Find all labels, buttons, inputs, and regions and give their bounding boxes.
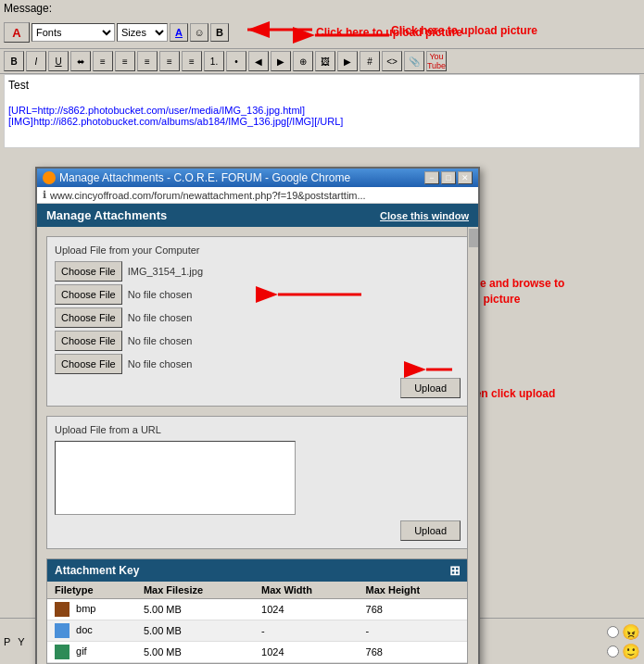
gif-icon bbox=[55, 645, 69, 659]
modal-body: Upload File from your Computer Choose Fi… bbox=[37, 227, 478, 664]
choose-file-btn-2[interactable]: Choose File bbox=[55, 284, 122, 305]
align-left-btn[interactable]: ⬌ bbox=[70, 51, 91, 71]
modal-addressbar: ℹ www.cincyoffroad.com/forum/newattachme… bbox=[37, 187, 478, 204]
attachment-key-section: Attachment Key ⊞ Filetype Max Filesize M… bbox=[46, 558, 469, 664]
minimize-btn[interactable]: − bbox=[424, 171, 439, 184]
file-row-4: Choose File No file chosen bbox=[55, 331, 461, 351]
col-max-width: Max Width bbox=[254, 582, 358, 599]
url-section-label: Upload File from a URL bbox=[55, 424, 461, 435]
editor-url2: [IMG]http://i862.photobucket.com/albums/… bbox=[8, 116, 636, 127]
bold-btn[interactable]: B bbox=[4, 51, 24, 71]
editor-url1: [URL=http://s862.photobucket.com/user/me… bbox=[8, 105, 636, 116]
file-name-2: No file chosen bbox=[128, 289, 193, 300]
row-size-3: 5.00 MB bbox=[136, 642, 254, 663]
bottom-label-y: Y bbox=[18, 636, 24, 647]
attachment-table: Filetype Max Filesize Max Width Max Heig… bbox=[47, 582, 468, 663]
youtube-btn[interactable]: YouTube bbox=[426, 51, 447, 71]
sizes-select[interactable]: Sizes bbox=[117, 23, 168, 42]
upload-computer-btn[interactable]: Upload bbox=[400, 378, 461, 398]
attach-btn[interactable]: 📎 bbox=[404, 51, 424, 71]
doc-icon bbox=[55, 623, 69, 638]
attachment-key-header: Attachment Key ⊞ bbox=[47, 559, 468, 582]
table-row: bmp 5.00 MB 1024 768 bbox=[47, 599, 468, 620]
file-name-5: No file chosen bbox=[128, 358, 193, 370]
annotation-text-1: Click here to upload picture bbox=[391, 24, 537, 37]
align-block-btn[interactable]: ≡ bbox=[159, 51, 180, 71]
message-label: Message: bbox=[0, 0, 644, 17]
choose-file-btn-4[interactable]: Choose File bbox=[55, 331, 122, 351]
upload-from-computer-section: Upload File from your Computer Choose Fi… bbox=[46, 236, 469, 407]
url-input[interactable] bbox=[55, 441, 296, 515]
row-size-1: 5.00 MB bbox=[136, 599, 254, 620]
align-full-btn[interactable]: ≡ bbox=[182, 51, 202, 71]
upload-section-label: Upload File from your Computer bbox=[55, 244, 461, 256]
italic-btn[interactable]: I bbox=[26, 51, 46, 71]
col-max-height: Max Height bbox=[359, 582, 468, 599]
unordered-list-btn[interactable]: • bbox=[226, 51, 246, 71]
outdent-btn[interactable]: ◀ bbox=[248, 51, 269, 71]
choose-file-btn-1[interactable]: Choose File bbox=[55, 261, 122, 282]
align-center-btn[interactable]: ≡ bbox=[93, 51, 113, 71]
file-name-1: IMG_3154_1.jpg bbox=[128, 266, 203, 277]
col-max-filesize: Max Filesize bbox=[136, 582, 254, 599]
fonts-select[interactable]: Fonts bbox=[32, 23, 115, 42]
radio-btn-1[interactable] bbox=[607, 626, 619, 638]
row-height-1: 768 bbox=[359, 599, 468, 620]
url-upload-btn-row: Upload bbox=[55, 520, 461, 541]
row-filetype-2: doc bbox=[47, 620, 136, 642]
modal-title: Manage Attachments - C.O.R.E. FORUM - Go… bbox=[59, 171, 350, 184]
radio-group: 😠 🙂 bbox=[607, 623, 640, 660]
upload-btn-row: Upload bbox=[55, 378, 461, 398]
modal-scrollbar[interactable] bbox=[467, 227, 478, 664]
upload-url-btn[interactable]: Upload bbox=[400, 520, 461, 541]
restore-btn[interactable]: □ bbox=[441, 171, 456, 184]
address-text: www.cincyoffroad.com/forum/newattachment… bbox=[50, 190, 366, 201]
code-btn[interactable]: <> bbox=[382, 51, 402, 71]
choose-file-btn-3[interactable]: Choose File bbox=[55, 307, 122, 328]
close-window-link[interactable]: Close this window bbox=[380, 210, 469, 221]
row-width-3: 1024 bbox=[254, 642, 358, 663]
smiley-btn[interactable]: ☺ bbox=[190, 23, 208, 42]
modal-header-title: Manage Attachments bbox=[46, 208, 167, 222]
indent-btn[interactable]: ▶ bbox=[271, 51, 291, 71]
fonts-icon[interactable]: A bbox=[4, 22, 30, 43]
bottom-label-p: P bbox=[4, 636, 10, 647]
image-insert-btn[interactable]: 🖼 bbox=[315, 51, 335, 71]
link-btn[interactable]: # bbox=[360, 51, 380, 71]
underline-btn[interactable]: U bbox=[48, 51, 69, 71]
special1-btn[interactable]: ⊕ bbox=[293, 51, 313, 71]
info-icon: ℹ bbox=[43, 189, 46, 201]
attachment-key-title: Attachment Key bbox=[55, 564, 139, 577]
col-filetype: Filetype bbox=[47, 582, 136, 599]
file-row-2: Choose File No file chosen bbox=[55, 284, 461, 305]
modal-header: Manage Attachments Close this window bbox=[37, 204, 478, 227]
editor-line1: Test bbox=[8, 79, 636, 92]
file-row-5: Choose File No file chosen bbox=[55, 354, 461, 374]
row-width-2: - bbox=[254, 620, 358, 642]
row-size-2: 5.00 MB bbox=[136, 620, 254, 642]
video-btn[interactable]: ▶ bbox=[337, 51, 358, 71]
radio-item-2: 🙂 bbox=[607, 643, 640, 660]
editor-line2 bbox=[8, 92, 636, 105]
chrome-icon bbox=[43, 171, 56, 184]
radio-item-1: 😠 bbox=[607, 623, 640, 641]
frown-emoji: 😠 bbox=[622, 623, 640, 641]
row-height-3: 768 bbox=[359, 642, 468, 663]
row-filetype-3: gif bbox=[47, 642, 136, 663]
choose-file-btn-5[interactable]: Choose File bbox=[55, 354, 122, 374]
scrollbar-thumb[interactable] bbox=[469, 229, 478, 247]
align-right-btn[interactable]: ≡ bbox=[115, 51, 135, 71]
table-row: doc 5.00 MB - - bbox=[47, 620, 468, 642]
titlebar-left: Manage Attachments - C.O.R.E. FORUM - Go… bbox=[43, 171, 350, 184]
radio-btn-2[interactable] bbox=[607, 645, 619, 658]
close-btn[interactable]: ✕ bbox=[458, 171, 473, 184]
bold-format-btn[interactable]: B bbox=[210, 23, 229, 42]
file-name-3: No file chosen bbox=[128, 312, 193, 323]
toolbar-row2: B I U ⬌ ≡ ≡ ≡ ≡ ≡ 1. • ◀ ▶ ⊕ 🖼 ▶ # <> 📎 … bbox=[0, 49, 644, 74]
font-color-btn[interactable]: A bbox=[170, 23, 188, 42]
ordered-list-btn[interactable]: 1. bbox=[204, 51, 224, 71]
table-row: gif 5.00 MB 1024 768 bbox=[47, 642, 468, 663]
modal-titlebar: Manage Attachments - C.O.R.E. FORUM - Go… bbox=[37, 169, 478, 187]
align-justify-btn[interactable]: ≡ bbox=[137, 51, 158, 71]
editor-body[interactable]: Test [URL=http://s862.photobucket.com/us… bbox=[4, 74, 640, 148]
